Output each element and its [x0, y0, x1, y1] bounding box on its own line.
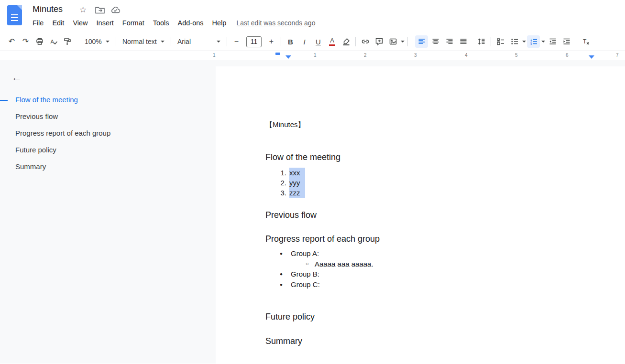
bullet-icon: ○: [306, 259, 315, 269]
selected-text: xxx: [289, 168, 305, 178]
numbered-list-button[interactable]: 1 2 3: [527, 35, 540, 48]
list-item[interactable]: ● Group A:: [280, 248, 606, 259]
right-indent-marker[interactable]: [589, 55, 594, 59]
line-spacing-button[interactable]: [475, 35, 488, 48]
svg-text:T: T: [583, 38, 587, 45]
close-outline-button[interactable]: ←: [11, 72, 22, 83]
zoom-value: 100%: [85, 38, 102, 45]
undo-button[interactable]: ↶: [5, 35, 18, 48]
ruler-mark: 4: [465, 53, 468, 58]
doc-heading-progress-report[interactable]: Progress report of each group: [265, 233, 606, 245]
italic-button[interactable]: I: [298, 35, 311, 48]
spellcheck-icon: A: [49, 37, 58, 46]
image-options-caret[interactable]: [400, 35, 405, 48]
doc-title-paragraph[interactable]: 【Minutes】: [265, 120, 606, 129]
highlight-color-button[interactable]: [340, 35, 352, 48]
zoom-select[interactable]: 100%: [81, 35, 113, 48]
move-folder-icon[interactable]: [95, 6, 105, 14]
bullet-icon: ●: [280, 279, 291, 290]
underline-icon: U: [316, 38, 321, 45]
ruler-mark: 1: [213, 53, 216, 58]
increase-font-size-button[interactable]: +: [265, 35, 278, 48]
font-select[interactable]: Arial: [174, 35, 224, 48]
doc-heading-previous-flow[interactable]: Previous flow: [265, 209, 606, 221]
align-center-button[interactable]: [429, 35, 442, 48]
italic-icon: I: [303, 38, 305, 45]
checklist-button[interactable]: [494, 35, 507, 48]
underline-button[interactable]: U: [312, 35, 325, 48]
bulleted-list-button[interactable]: [508, 35, 521, 48]
cloud-status-icon[interactable]: [110, 6, 121, 14]
chevron-down-icon: [522, 41, 526, 43]
bullet-icon: ●: [280, 248, 291, 259]
align-left-icon: [417, 37, 426, 46]
last-edit-link[interactable]: Last edit was seconds ago: [236, 19, 315, 27]
menu-format[interactable]: Format: [118, 18, 149, 28]
menubar: File Edit View Insert Format Tools Add-o…: [28, 18, 315, 28]
outline-item-summary[interactable]: Summary: [15, 162, 110, 171]
ruler-mark: 2: [364, 53, 367, 58]
menu-file[interactable]: File: [28, 18, 48, 28]
align-right-button[interactable]: [443, 35, 456, 48]
list-item[interactable]: ● Group C:: [280, 279, 606, 290]
decrease-font-size-button[interactable]: −: [230, 35, 243, 48]
align-right-icon: [445, 37, 454, 46]
list-item[interactable]: 1. xxx: [279, 168, 606, 178]
outline-item-previous-flow[interactable]: Previous flow: [15, 112, 110, 121]
menu-insert[interactable]: Insert: [92, 18, 118, 28]
app-header: Minutes ☆ File Edit View Insert Format T…: [0, 0, 625, 32]
list-item[interactable]: ● Group B:: [280, 269, 606, 279]
insert-link-button[interactable]: [359, 35, 372, 48]
bold-button[interactable]: B: [284, 35, 297, 48]
horizontal-ruler[interactable]: 1 1 2 3 4 5 6 7: [0, 51, 625, 60]
toolbar: ↶ ↷ A 100% Normal text: [0, 32, 625, 51]
menu-help[interactable]: Help: [208, 18, 231, 28]
align-justify-button[interactable]: [457, 35, 470, 48]
bulleted-list-options-caret[interactable]: [521, 35, 526, 48]
outline-position-indicator: [0, 100, 8, 101]
list-item[interactable]: 2. yyy: [279, 178, 606, 188]
insert-image-button[interactable]: [386, 35, 399, 48]
document-page[interactable]: 【Minutes】 Flow of the meeting 1. xxx 2. …: [216, 66, 625, 364]
numbered-list-options-caret[interactable]: [540, 35, 546, 48]
selected-text: zzz: [289, 188, 305, 198]
list-item[interactable]: 3. zzz: [279, 188, 606, 198]
doc-heading-flow[interactable]: Flow of the meeting: [265, 151, 606, 163]
menu-tools[interactable]: Tools: [149, 18, 174, 28]
left-indent-marker[interactable]: [285, 55, 291, 59]
document-title[interactable]: Minutes: [33, 4, 63, 14]
menu-addons[interactable]: Add-ons: [174, 18, 208, 28]
outline-item-future-policy[interactable]: Future policy: [15, 146, 110, 154]
plus-icon: +: [269, 38, 274, 45]
link-icon: [361, 37, 370, 46]
doc-heading-future-policy[interactable]: Future policy: [265, 311, 606, 322]
outline-item-flow-of-the-meeting[interactable]: Flow of the meeting: [15, 96, 110, 104]
list-number: 2.: [279, 178, 286, 188]
spellcheck-button[interactable]: A: [47, 35, 60, 48]
text-color-button[interactable]: A: [326, 35, 339, 48]
doc-heading-summary[interactable]: Summary: [265, 335, 606, 347]
selected-text: yyy: [289, 178, 305, 188]
clear-formatting-icon: T: [581, 37, 590, 46]
align-left-button[interactable]: [415, 35, 428, 48]
menu-edit[interactable]: Edit: [48, 18, 68, 28]
decrease-indent-button[interactable]: [546, 35, 559, 48]
paint-format-button[interactable]: [61, 35, 74, 48]
star-icon[interactable]: ☆: [79, 5, 87, 15]
redo-button[interactable]: ↷: [19, 35, 32, 48]
menu-view[interactable]: View: [68, 18, 92, 28]
increase-indent-button[interactable]: [560, 35, 573, 48]
chevron-down-icon: [541, 41, 545, 43]
bulleted-list-icon: [510, 37, 519, 46]
clear-formatting-button[interactable]: T: [579, 35, 592, 48]
text-color-icon: A: [329, 37, 335, 46]
list-item[interactable]: ○ Aaaaa aaa aaaaa.: [306, 259, 606, 269]
docs-logo-icon[interactable]: [7, 5, 22, 25]
add-comment-button[interactable]: [373, 35, 385, 48]
undo-icon: ↶: [9, 38, 15, 45]
outline-item-progress-report[interactable]: Progress report of each group: [15, 129, 110, 138]
print-button[interactable]: [33, 35, 46, 48]
paragraph-style-select[interactable]: Normal text: [119, 35, 168, 48]
first-line-indent-marker[interactable]: [275, 53, 280, 55]
font-size-input[interactable]: 11: [246, 36, 262, 47]
